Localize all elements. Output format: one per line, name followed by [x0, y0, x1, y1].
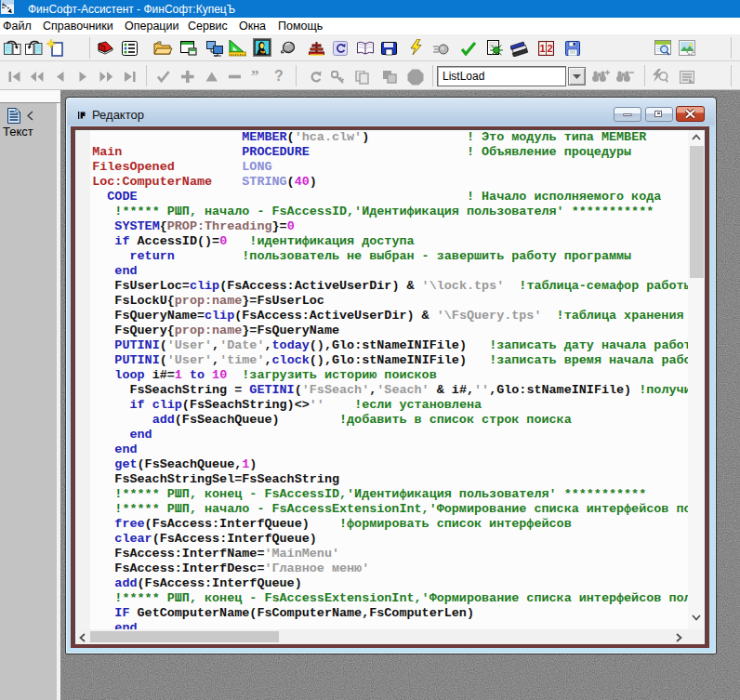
svg-text:?: ?	[274, 69, 284, 84]
svg-text:”: ”	[251, 68, 259, 83]
svg-text:2: 2	[547, 43, 552, 54]
svg-text:1: 1	[539, 43, 545, 54]
